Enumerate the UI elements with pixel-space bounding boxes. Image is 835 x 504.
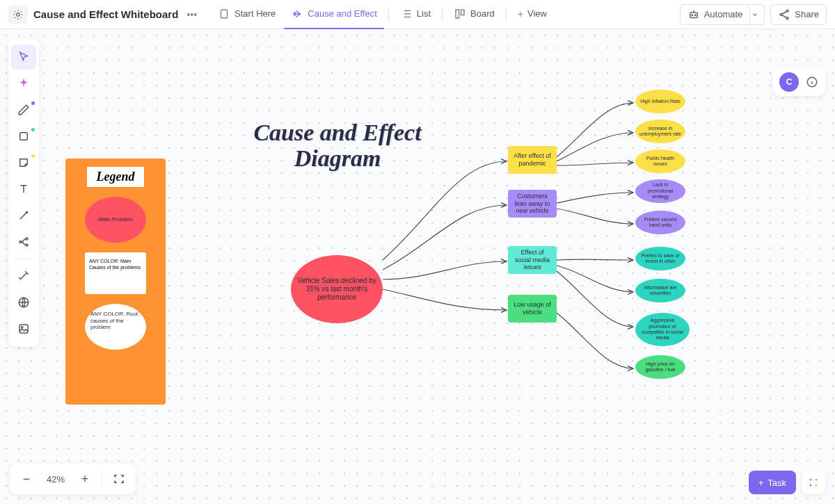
tab-cause-effect[interactable]: Cause and Effect	[284, 0, 384, 29]
separator	[506, 8, 507, 21]
pen-icon	[17, 104, 30, 116]
tool-ai[interactable]	[11, 71, 36, 96]
node-root[interactable]: High Inflation Rate	[635, 90, 685, 113]
svg-point-0	[17, 13, 20, 16]
info-icon[interactable]	[806, 76, 818, 88]
svg-rect-11	[20, 133, 28, 140]
diagram-title: Cause and Effect Diagram	[237, 120, 438, 172]
doc-icon	[218, 8, 230, 20]
svg-point-19	[816, 479, 818, 481]
svg-rect-1	[221, 10, 228, 18]
svg-point-21	[816, 485, 818, 487]
tab-start-here[interactable]: Start Here	[211, 0, 283, 29]
automate-dropdown[interactable]	[746, 4, 765, 25]
ai-icon	[17, 77, 30, 90]
tool-web[interactable]	[11, 290, 36, 315]
zoom-in-button[interactable]: +	[74, 468, 96, 490]
node-root[interactable]: Aggressive promotion of competitor in so…	[635, 313, 690, 346]
zoom-out-button[interactable]: −	[15, 468, 38, 490]
tab-label: List	[417, 8, 431, 19]
tab-label: Cause and Effect	[308, 8, 377, 19]
tool-sticky[interactable]	[11, 150, 36, 175]
connector-icon	[17, 209, 30, 222]
add-task-button[interactable]: + Task	[749, 471, 796, 494]
globe-icon	[17, 296, 30, 309]
svg-point-20	[810, 485, 812, 487]
node-root[interactable]: High price for gasoline / fuel	[635, 355, 685, 379]
node-cause[interactable]: Effect of social media issues	[508, 246, 557, 274]
node-root[interactable]: Prefers second hand units	[635, 211, 685, 234]
legend-main-causes: ANY COLOR: Main Causes of the problems	[85, 252, 146, 294]
share-button[interactable]: Share	[770, 4, 827, 25]
zoom-value[interactable]: 42%	[43, 474, 68, 485]
diagram: Cause and Effect Diagram Legend Main Pro…	[0, 29, 835, 504]
separator	[14, 259, 33, 259]
legend-main-problem: Main Problem	[85, 197, 146, 243]
legend-root-causes: ANY COLOR: Root causes of the problem	[85, 304, 146, 350]
title-menu-button[interactable]: •••	[184, 9, 200, 20]
chevron-down-icon	[752, 11, 758, 18]
legend-title: Legend	[87, 167, 145, 187]
task-label: Task	[768, 478, 786, 488]
topbar: Cause and Effect Whiteboard ••• Start He…	[0, 0, 835, 29]
tab-label: View	[527, 8, 547, 19]
node-root[interactable]: Information are unverified	[635, 279, 685, 302]
tab-add-view[interactable]: + View	[511, 0, 554, 29]
tool-pen[interactable]	[11, 97, 36, 122]
plus-icon: +	[518, 8, 523, 19]
node-root[interactable]: Public health issues	[635, 149, 685, 173]
separator	[442, 8, 443, 21]
node-root[interactable]: Prefers to save or invest in other	[635, 247, 685, 270]
zoom-fit-button[interactable]	[108, 468, 130, 490]
view-tabs: Start Here Cause and Effect List Board +…	[211, 0, 554, 29]
grid-icon	[808, 477, 819, 488]
svg-rect-3	[461, 10, 465, 15]
legend-card[interactable]: Legend Main Problem ANY COLOR: Main Caus…	[65, 158, 166, 405]
tool-magic[interactable]	[11, 263, 36, 288]
sparkle-icon	[12, 8, 24, 21]
svg-point-14	[26, 244, 28, 246]
svg-point-12	[19, 241, 22, 243]
tab-board[interactable]: Board	[447, 0, 502, 29]
fit-icon	[113, 473, 125, 485]
tab-list[interactable]: List	[393, 0, 438, 29]
square-icon	[17, 130, 30, 143]
automate-label: Automate	[704, 9, 743, 19]
svg-point-8	[780, 13, 782, 15]
plus-icon: +	[758, 478, 764, 488]
tab-label: Board	[470, 8, 495, 19]
svg-point-18	[810, 479, 812, 481]
sticky-icon	[17, 156, 30, 169]
svg-point-13	[26, 238, 28, 240]
node-cause[interactable]: Low usage of vehicle	[508, 295, 557, 323]
tool-image[interactable]	[11, 316, 36, 341]
node-root[interactable]: Lack in promotional strategy	[635, 179, 685, 203]
tool-shape[interactable]	[11, 124, 36, 149]
tool-mindmap[interactable]	[11, 229, 36, 254]
tool-connector[interactable]	[11, 203, 36, 228]
node-cause[interactable]: Customers lean away to new vehicle	[508, 190, 557, 218]
apps-button[interactable]	[802, 471, 825, 494]
text-icon	[17, 183, 30, 195]
app-menu-button[interactable]	[8, 5, 28, 24]
svg-point-5	[692, 15, 693, 16]
wand-icon	[17, 270, 30, 282]
robot-icon	[687, 8, 700, 21]
avatar[interactable]: C	[779, 72, 799, 92]
whiteboard-canvas[interactable]: Cause and Effect Diagram Legend Main Pro…	[0, 29, 835, 504]
node-root[interactable]: Increase in unemployment rate	[635, 120, 685, 143]
tool-text[interactable]	[11, 177, 36, 202]
image-icon	[17, 323, 30, 335]
share-label: Share	[795, 9, 819, 19]
page-title: Cause and Effect Whiteboard	[33, 8, 178, 20]
node-main-problem[interactable]: Vehicle Sales declined by 31% vs last mo…	[291, 255, 383, 323]
zoom-bar: − 42% +	[10, 464, 136, 494]
tool-select[interactable]	[11, 44, 36, 70]
node-cause[interactable]: After effect of pandemic	[508, 146, 557, 174]
separator	[388, 8, 389, 21]
svg-point-17	[22, 327, 23, 328]
cursor-icon	[17, 51, 30, 63]
list-icon	[400, 8, 413, 20]
automate-button[interactable]: Automate	[680, 4, 751, 25]
svg-rect-2	[456, 10, 459, 18]
